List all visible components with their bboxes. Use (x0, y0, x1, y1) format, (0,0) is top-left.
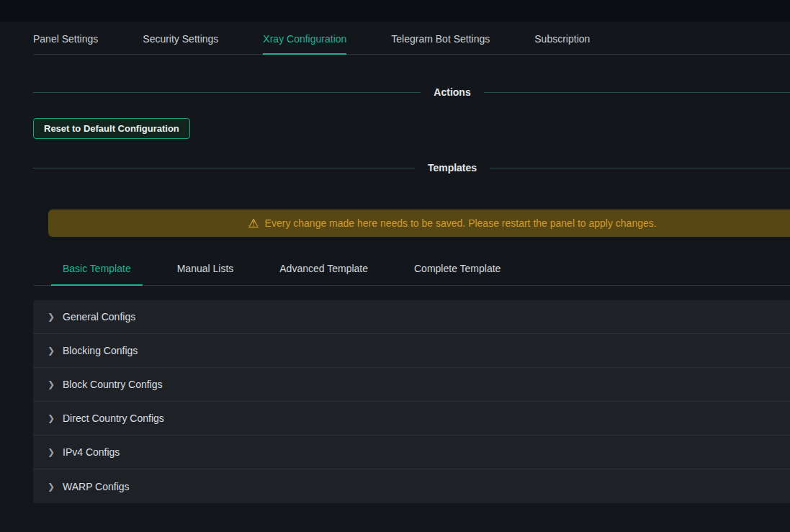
accordion-item-ipv4-configs[interactable]: ❯ IPv4 Configs (33, 436, 790, 469)
top-bar (0, 0, 790, 22)
chevron-right-icon: ❯ (48, 414, 55, 423)
accordion-item-label: IPv4 Configs (63, 446, 120, 458)
restart-warning-banner: ⚠ Every change made here needs to be sav… (48, 209, 790, 237)
divider-line (33, 168, 415, 168)
accordion-item-label: Blocking Configs (63, 345, 138, 356)
accordion-item-label: WARP Configs (63, 481, 130, 492)
divider-line (490, 168, 790, 168)
tab-telegram-bot-settings[interactable]: Telegram Bot Settings (391, 33, 490, 45)
accordion-item-block-country-configs[interactable]: ❯ Block Country Configs (33, 368, 790, 402)
warning-text: Every change made here needs to be saved… (265, 217, 657, 229)
accordion-item-label: Block Country Configs (63, 379, 163, 390)
tab-complete-template[interactable]: Complete Template (403, 253, 512, 285)
tab-advanced-template[interactable]: Advanced Template (268, 253, 380, 285)
warning-triangle-icon: ⚠ (248, 217, 259, 230)
accordion-item-warp-configs[interactable]: ❯ WARP Configs (33, 469, 790, 503)
reset-default-configuration-button[interactable]: Reset to Default Configuration (33, 118, 190, 139)
tab-panel-settings[interactable]: Panel Settings (33, 33, 98, 45)
configs-accordion: ❯ General Configs ❯ Blocking Configs ❯ B… (33, 300, 790, 503)
divider-line (484, 92, 790, 93)
template-tabs: Basic Template Manual Lists Advanced Tem… (33, 253, 790, 286)
tab-xray-configuration[interactable]: Xray Configuration (263, 33, 346, 45)
accordion-item-general-configs[interactable]: ❯ General Configs (33, 300, 790, 334)
chevron-right-icon: ❯ (48, 482, 55, 491)
settings-page: Panel Settings Security Settings Xray Co… (33, 22, 790, 503)
tab-security-settings[interactable]: Security Settings (143, 33, 218, 45)
accordion-item-direct-country-configs[interactable]: ❯ Direct Country Configs (33, 402, 790, 436)
divider-line (33, 92, 421, 93)
accordion-item-blocking-configs[interactable]: ❯ Blocking Configs (33, 334, 790, 368)
templates-section-title: Templates (415, 162, 490, 173)
chevron-right-icon: ❯ (48, 346, 55, 355)
chevron-right-icon: ❯ (48, 380, 55, 389)
main-tabs: Panel Settings Security Settings Xray Co… (33, 22, 790, 55)
tab-manual-lists[interactable]: Manual Lists (166, 253, 246, 285)
actions-section-title: Actions (421, 86, 483, 98)
chevron-right-icon: ❯ (48, 448, 55, 456)
chevron-right-icon: ❯ (48, 312, 55, 321)
tab-subscription[interactable]: Subscription (534, 33, 590, 45)
accordion-item-label: General Configs (63, 311, 135, 323)
tab-basic-template[interactable]: Basic Template (51, 253, 143, 285)
templates-divider: Templates (33, 161, 790, 175)
actions-divider: Actions (33, 85, 790, 99)
accordion-item-label: Direct Country Configs (63, 412, 164, 424)
